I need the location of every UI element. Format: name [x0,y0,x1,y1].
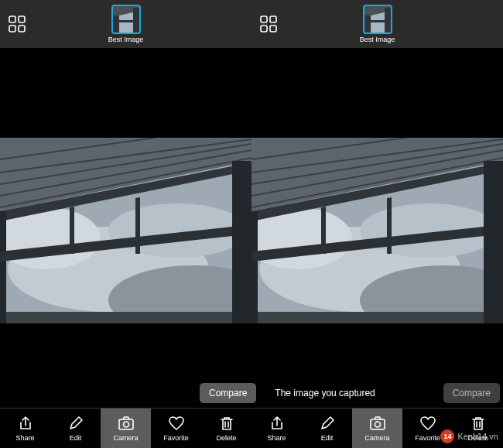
tool-label: Edit [321,434,334,442]
photo-image [0,138,252,323]
tool-label: Edit [70,434,82,442]
bottom-toolbar: ShareEditCameraFavoriteDeleteShareEditCa… [0,408,503,448]
best-image-thumbnail[interactable]: Best Image [360,5,395,43]
compare-button[interactable]: Compare [200,383,256,403]
grid-icon [260,15,277,32]
compare-row: Compare The image you captured Compare [0,378,503,408]
tool-label: Share [267,434,286,442]
edit-icon [319,415,336,432]
tool-label: Camera [113,434,138,442]
share-icon [17,415,34,432]
share-button[interactable]: Share [0,409,50,448]
grid-view-button[interactable] [8,15,26,33]
share-button[interactable]: Share [252,409,302,448]
delete-button[interactable]: Delete [453,409,503,448]
trash-icon [470,415,487,432]
share-icon [269,415,286,432]
edit-icon [67,415,84,432]
heart-icon [168,415,185,432]
camera-button[interactable]: Camera [101,409,151,448]
thumbnail-label: Best Image [108,36,144,43]
delete-button[interactable]: Delete [201,409,252,448]
caption-text: The image you captured [275,388,375,398]
top-bar: Best Image [252,0,503,48]
camera-button[interactable]: Camera [352,409,402,448]
camera-icon [118,415,135,432]
edit-button[interactable]: Edit [302,409,352,448]
grid-icon [9,15,26,32]
top-bar: Best Image [0,0,252,48]
grid-view-button[interactable] [259,15,278,33]
photo-image [252,138,503,323]
edit-button[interactable]: Edit [50,409,101,448]
thumbnail-image [111,5,141,34]
trash-icon [218,415,235,432]
tool-label: Share [15,434,34,442]
favorite-button[interactable]: Favorite [402,409,453,448]
thumbnail-image [363,5,392,34]
tool-label: Delete [467,434,488,442]
tool-label: Favorite [415,434,440,442]
heart-icon [419,415,436,432]
tool-label: Delete [216,434,236,442]
best-image-thumbnail[interactable]: Best Image [108,5,144,43]
camera-icon [369,415,386,432]
compare-button[interactable]: Compare [443,383,500,403]
tool-label: Favorite [163,434,189,442]
favorite-button[interactable]: Favorite [151,409,201,448]
thumbnail-label: Best Image [360,36,395,43]
tool-label: Camera [364,434,389,442]
